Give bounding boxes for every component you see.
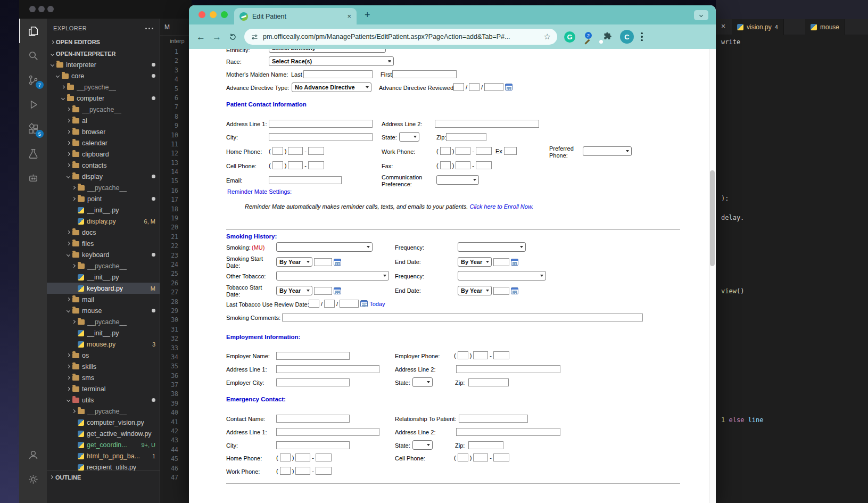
open-editors-section[interactable]: OPEN EDITORS: [47, 36, 160, 48]
window-minimize-button[interactable]: [38, 6, 45, 12]
scrollbar-thumb[interactable]: [710, 170, 715, 266]
advance-type-select[interactable]: No Advance Directive: [292, 83, 371, 92]
year-input[interactable]: [493, 287, 509, 295]
settings-button[interactable]: [19, 467, 47, 491]
tree-item-__init__.py[interactable]: __init__.py: [47, 271, 160, 283]
tree-item-clipboard[interactable]: clipboard: [47, 149, 160, 160]
tree-item-mail[interactable]: mail: [47, 294, 160, 305]
date-day-input[interactable]: [469, 83, 480, 91]
tree-item-docs[interactable]: docs: [47, 227, 160, 238]
tab-vision-py[interactable]: vision.py 4: [732, 19, 784, 35]
reminder-settings-link[interactable]: Reminder Mate Settings:: [227, 188, 292, 195]
calendar-icon[interactable]: [334, 287, 341, 294]
address2-input[interactable]: [435, 120, 539, 128]
tree-item-mouse[interactable]: mouse: [47, 305, 160, 316]
tree-item-core[interactable]: core: [47, 70, 160, 81]
emergency-city-input[interactable]: [276, 441, 350, 449]
date-year-input[interactable]: [340, 300, 359, 308]
email-input[interactable]: [269, 176, 342, 184]
tree-item-contacts[interactable]: contacts: [47, 160, 160, 171]
account-button[interactable]: [19, 442, 47, 467]
tab-search-button[interactable]: [694, 10, 708, 20]
phone-line-input[interactable]: [308, 147, 324, 155]
phone-area-input[interactable]: [280, 467, 291, 475]
bookmark-star-icon[interactable]: ☆: [544, 32, 551, 42]
smoking-comments-input[interactable]: [282, 314, 643, 321]
phone-area-input[interactable]: [440, 147, 451, 155]
outline-section[interactable]: OUTLINE: [47, 471, 160, 483]
phone-prefix-input[interactable]: [288, 147, 303, 155]
tree-item-interpreter[interactable]: interpreter: [47, 59, 160, 70]
calendar-icon[interactable]: [511, 259, 518, 266]
forward-button[interactable]: →: [212, 32, 221, 42]
activity-explorer[interactable]: [19, 19, 47, 43]
activity-extensions[interactable]: 5: [19, 117, 47, 141]
tree-item-display.py[interactable]: display.py6, M: [47, 216, 160, 227]
tree-item-__pycache__[interactable]: __pycache__: [47, 182, 160, 193]
activity-run-debug[interactable]: [19, 92, 47, 117]
tree-item-computer_vision.py[interactable]: computer_vision.py: [47, 417, 160, 428]
employer-name-input[interactable]: [276, 352, 350, 360]
phone-prefix-input[interactable]: [456, 161, 470, 169]
by-year-select[interactable]: By Year: [458, 257, 492, 267]
date-month-input[interactable]: [453, 83, 464, 91]
state-select[interactable]: [412, 377, 433, 387]
state-select[interactable]: [412, 440, 433, 450]
comm-pref-select[interactable]: [436, 175, 479, 185]
year-input[interactable]: [314, 287, 332, 295]
employer-address1-input[interactable]: [276, 365, 379, 373]
phone-prefix-input[interactable]: [473, 453, 488, 461]
extensions-puzzle-icon[interactable]: [603, 31, 613, 43]
mothers-maiden-first-input[interactable]: [392, 70, 457, 78]
browser-tab-edit-patient[interactable]: Edit Patient ×: [234, 8, 357, 24]
phone-line-input[interactable]: [476, 147, 492, 155]
phone-area-input[interactable]: [272, 161, 283, 169]
activity-search[interactable]: [19, 43, 47, 68]
tab-close-icon[interactable]: ×: [347, 12, 351, 20]
smoking-select[interactable]: [276, 242, 373, 252]
phone-prefix-input[interactable]: [473, 351, 488, 359]
zip-input[interactable]: [468, 378, 509, 386]
tree-item-__init__.py[interactable]: __init__.py: [47, 204, 160, 216]
phone-area-input[interactable]: [458, 453, 468, 461]
url-bar[interactable]: pm.officeally.com/pm/ManagePatients/Edit…: [244, 29, 557, 45]
tree-item-utils[interactable]: utils: [47, 394, 160, 406]
tree-item-computer[interactable]: computer: [47, 93, 160, 104]
activity-interpreter[interactable]: [19, 166, 47, 190]
tree-item-__pycache__[interactable]: __pycache__: [47, 406, 160, 417]
tree-item-files[interactable]: files: [47, 238, 160, 249]
other-tobacco-select[interactable]: [276, 271, 389, 281]
grammarly-extension-icon[interactable]: G: [564, 31, 575, 43]
tree-item-keyboard[interactable]: keyboard: [47, 249, 160, 260]
browser-minimize-button[interactable]: [210, 11, 217, 18]
phone-area-input[interactable]: [272, 147, 283, 155]
profile-avatar[interactable]: C: [620, 30, 634, 44]
tree-item-__pycache__[interactable]: __pycache__: [47, 104, 160, 115]
phone-line-input[interactable]: [316, 453, 332, 461]
zip-input[interactable]: [446, 133, 486, 141]
phone-line-input[interactable]: [308, 161, 324, 169]
editor-tab[interactable]: M: [160, 19, 192, 36]
phone-prefix-input[interactable]: [295, 467, 310, 475]
race-select[interactable]: Select Race(s): [269, 56, 394, 66]
date-year-input[interactable]: [484, 83, 503, 91]
phone-prefix-input[interactable]: [456, 147, 470, 155]
tree-item-browser[interactable]: browser: [47, 126, 160, 137]
phone-line-input[interactable]: [476, 161, 492, 169]
tab-mouse[interactable]: mouse: [805, 19, 845, 35]
tree-item-__init__.py[interactable]: __init__.py: [47, 327, 160, 339]
phone-area-input[interactable]: [440, 161, 451, 169]
preferred-phone-select[interactable]: [583, 146, 632, 156]
calendar-icon[interactable]: [505, 84, 512, 90]
browser-close-button[interactable]: [199, 11, 205, 18]
date-month-input[interactable]: [309, 300, 319, 308]
reload-button[interactable]: [228, 32, 237, 42]
tree-item-get_active_window.py[interactable]: get_active_window.py: [47, 428, 160, 439]
relationship-input[interactable]: [459, 415, 528, 423]
phone-line-input[interactable]: [493, 453, 509, 461]
year-input[interactable]: [493, 258, 509, 266]
project-root[interactable]: OPEN-INTERPRETER: [47, 48, 160, 60]
tree-item-get_coordin...[interactable]: get_coordin...9+, U: [47, 439, 160, 450]
calendar-icon[interactable]: [511, 287, 518, 294]
phone-ext-input[interactable]: [504, 147, 517, 155]
